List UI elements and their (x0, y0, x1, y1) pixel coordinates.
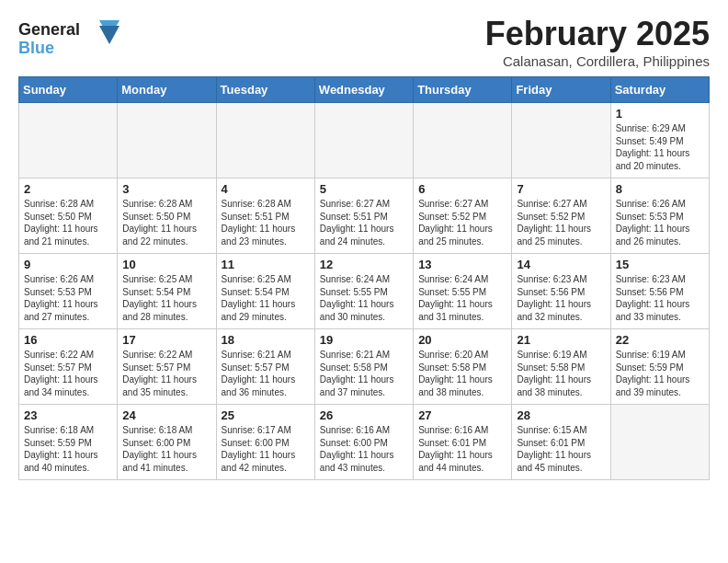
calendar-cell: 6Sunrise: 6:27 AM Sunset: 5:52 PM Daylig… (414, 178, 512, 254)
day-number: 17 (122, 333, 210, 347)
calendar-cell: 5Sunrise: 6:27 AM Sunset: 5:51 PM Daylig… (314, 178, 413, 254)
calendar-cell (118, 103, 216, 178)
calendar-cell: 16Sunrise: 6:22 AM Sunset: 5:57 PM Dayli… (19, 329, 118, 405)
day-number: 26 (320, 408, 408, 422)
page: General Blue February 2025 Calanasan, Co… (0, 0, 728, 563)
col-header-saturday: Saturday (610, 77, 709, 103)
day-number: 5 (320, 182, 408, 196)
day-info: Sunrise: 6:28 AM Sunset: 5:51 PM Dayligh… (222, 198, 310, 247)
calendar-cell: 27Sunrise: 6:16 AM Sunset: 6:01 PM Dayli… (414, 405, 512, 480)
day-info: Sunrise: 6:24 AM Sunset: 5:55 PM Dayligh… (320, 273, 408, 323)
day-info: Sunrise: 6:18 AM Sunset: 5:59 PM Dayligh… (24, 424, 112, 474)
day-number: 19 (320, 333, 408, 347)
day-info: Sunrise: 6:25 AM Sunset: 5:54 PM Dayligh… (122, 273, 210, 323)
calendar-week-3: 16Sunrise: 6:22 AM Sunset: 5:57 PM Dayli… (19, 329, 710, 405)
svg-text:General: General (18, 20, 80, 39)
day-number: 20 (418, 333, 506, 347)
calendar-cell: 14Sunrise: 6:23 AM Sunset: 5:56 PM Dayli… (512, 254, 610, 329)
day-info: Sunrise: 6:17 AM Sunset: 6:00 PM Dayligh… (222, 424, 310, 474)
day-info: Sunrise: 6:16 AM Sunset: 6:00 PM Dayligh… (320, 424, 408, 474)
col-header-tuesday: Tuesday (216, 77, 314, 103)
main-title: February 2025 (485, 15, 710, 53)
calendar-cell (314, 103, 413, 178)
calendar-cell: 4Sunrise: 6:28 AM Sunset: 5:51 PM Daylig… (216, 178, 314, 254)
day-info: Sunrise: 6:21 AM Sunset: 5:58 PM Dayligh… (320, 349, 408, 398)
col-header-thursday: Thursday (414, 77, 512, 103)
svg-text:Blue: Blue (18, 39, 54, 57)
calendar-cell: 20Sunrise: 6:20 AM Sunset: 5:58 PM Dayli… (414, 329, 512, 405)
day-info: Sunrise: 6:27 AM Sunset: 5:52 PM Dayligh… (517, 198, 605, 247)
calendar-cell: 18Sunrise: 6:21 AM Sunset: 5:57 PM Dayli… (216, 329, 314, 405)
calendar-cell: 28Sunrise: 6:15 AM Sunset: 6:01 PM Dayli… (512, 405, 610, 480)
calendar-cell: 3Sunrise: 6:28 AM Sunset: 5:50 PM Daylig… (118, 178, 216, 254)
day-info: Sunrise: 6:22 AM Sunset: 5:57 PM Dayligh… (24, 349, 112, 398)
calendar-cell (414, 103, 512, 178)
calendar-cell: 26Sunrise: 6:16 AM Sunset: 6:00 PM Dayli… (314, 405, 413, 480)
day-number: 23 (24, 408, 112, 422)
day-number: 28 (517, 408, 605, 422)
day-number: 24 (122, 408, 210, 422)
calendar-week-4: 23Sunrise: 6:18 AM Sunset: 5:59 PM Dayli… (19, 405, 710, 480)
day-number: 18 (222, 333, 310, 347)
header: General Blue February 2025 Calanasan, Co… (18, 15, 710, 69)
day-number: 3 (122, 182, 210, 196)
calendar-cell: 8Sunrise: 6:26 AM Sunset: 5:53 PM Daylig… (610, 178, 709, 254)
day-info: Sunrise: 6:18 AM Sunset: 6:00 PM Dayligh… (122, 424, 210, 474)
calendar-cell: 21Sunrise: 6:19 AM Sunset: 5:58 PM Dayli… (512, 329, 610, 405)
calendar-table: SundayMondayTuesdayWednesdayThursdayFrid… (18, 76, 710, 480)
day-number: 10 (122, 258, 210, 271)
calendar-cell: 25Sunrise: 6:17 AM Sunset: 6:00 PM Dayli… (216, 405, 314, 480)
calendar-cell: 15Sunrise: 6:23 AM Sunset: 5:56 PM Dayli… (610, 254, 709, 329)
day-info: Sunrise: 6:19 AM Sunset: 5:59 PM Dayligh… (616, 349, 704, 398)
day-info: Sunrise: 6:27 AM Sunset: 5:51 PM Dayligh… (320, 198, 408, 247)
col-header-friday: Friday (512, 77, 610, 103)
calendar-cell (216, 103, 314, 178)
logo-area: General Blue (18, 15, 119, 63)
calendar-cell: 13Sunrise: 6:24 AM Sunset: 5:55 PM Dayli… (414, 254, 512, 329)
svg-marker-3 (99, 26, 119, 44)
day-number: 2 (24, 182, 112, 196)
calendar-cell: 11Sunrise: 6:25 AM Sunset: 5:54 PM Dayli… (216, 254, 314, 329)
calendar-header-row: SundayMondayTuesdayWednesdayThursdayFrid… (19, 77, 710, 103)
day-info: Sunrise: 6:15 AM Sunset: 6:01 PM Dayligh… (517, 424, 605, 474)
calendar-cell: 1Sunrise: 6:29 AM Sunset: 5:49 PM Daylig… (610, 103, 709, 178)
logo-svg: General Blue (18, 15, 119, 59)
day-number: 14 (517, 258, 605, 271)
day-info: Sunrise: 6:19 AM Sunset: 5:58 PM Dayligh… (517, 349, 605, 398)
day-number: 16 (24, 333, 112, 347)
day-info: Sunrise: 6:26 AM Sunset: 5:53 PM Dayligh… (24, 273, 112, 323)
col-header-wednesday: Wednesday (314, 77, 413, 103)
day-number: 6 (418, 182, 506, 196)
day-info: Sunrise: 6:25 AM Sunset: 5:54 PM Dayligh… (222, 273, 310, 323)
day-number: 13 (418, 258, 506, 271)
col-header-monday: Monday (118, 77, 216, 103)
day-info: Sunrise: 6:28 AM Sunset: 5:50 PM Dayligh… (122, 198, 210, 247)
day-number: 1 (616, 107, 704, 121)
day-number: 22 (616, 333, 704, 347)
day-number: 21 (517, 333, 605, 347)
calendar-cell: 17Sunrise: 6:22 AM Sunset: 5:57 PM Dayli… (118, 329, 216, 405)
calendar-week-2: 9Sunrise: 6:26 AM Sunset: 5:53 PM Daylig… (19, 254, 710, 329)
day-info: Sunrise: 6:22 AM Sunset: 5:57 PM Dayligh… (122, 349, 210, 398)
day-number: 11 (222, 258, 310, 271)
col-header-sunday: Sunday (19, 77, 118, 103)
day-info: Sunrise: 6:21 AM Sunset: 5:57 PM Dayligh… (222, 349, 310, 398)
calendar-cell: 23Sunrise: 6:18 AM Sunset: 5:59 PM Dayli… (19, 405, 118, 480)
day-number: 4 (222, 182, 310, 196)
day-info: Sunrise: 6:20 AM Sunset: 5:58 PM Dayligh… (418, 349, 506, 398)
calendar-cell: 10Sunrise: 6:25 AM Sunset: 5:54 PM Dayli… (118, 254, 216, 329)
calendar-cell: 19Sunrise: 6:21 AM Sunset: 5:58 PM Dayli… (314, 329, 413, 405)
calendar-cell: 7Sunrise: 6:27 AM Sunset: 5:52 PM Daylig… (512, 178, 610, 254)
calendar-cell: 12Sunrise: 6:24 AM Sunset: 5:55 PM Dayli… (314, 254, 413, 329)
calendar-week-1: 2Sunrise: 6:28 AM Sunset: 5:50 PM Daylig… (19, 178, 710, 254)
calendar-cell: 24Sunrise: 6:18 AM Sunset: 6:00 PM Dayli… (118, 405, 216, 480)
day-info: Sunrise: 6:27 AM Sunset: 5:52 PM Dayligh… (418, 198, 506, 247)
logo: General Blue (18, 15, 119, 63)
day-number: 9 (24, 258, 112, 271)
day-number: 7 (517, 182, 605, 196)
day-number: 25 (222, 408, 310, 422)
day-info: Sunrise: 6:16 AM Sunset: 6:01 PM Dayligh… (418, 424, 506, 474)
title-area: February 2025 Calanasan, Cordillera, Phi… (485, 15, 710, 69)
calendar-cell (512, 103, 610, 178)
day-number: 8 (616, 182, 704, 196)
